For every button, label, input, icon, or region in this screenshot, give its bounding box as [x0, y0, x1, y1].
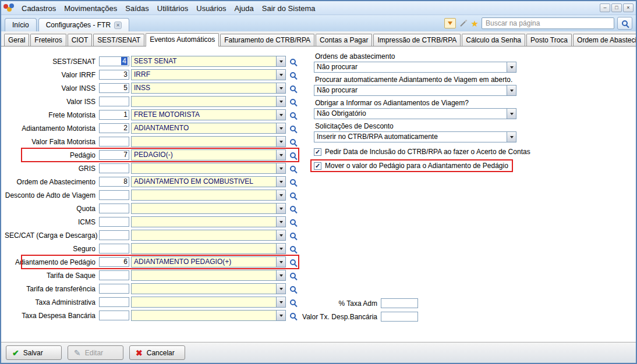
- lookup-icon[interactable]: [290, 192, 296, 198]
- combo-arrow-icon[interactable]: [276, 204, 285, 213]
- menu-item-saidas[interactable]: Saídas: [121, 2, 153, 15]
- code-input[interactable]: [99, 190, 129, 200]
- code-input[interactable]: [99, 204, 129, 213]
- menu-item-cadastros[interactable]: Cadastros: [17, 2, 60, 15]
- combo-arrow-icon[interactable]: [507, 85, 516, 95]
- code-input[interactable]: 2: [99, 123, 129, 133]
- combo-arrow-icon[interactable]: [276, 311, 285, 320]
- lookup-icon[interactable]: [290, 286, 296, 292]
- subtab-freteiros[interactable]: Freteiros: [30, 34, 66, 46]
- lookup-icon[interactable]: [290, 99, 296, 105]
- menu-item-movimentacoes[interactable]: Movimentações: [60, 2, 121, 15]
- cancelar-button[interactable]: ✖Cancelar: [129, 345, 185, 360]
- combo-arrow-icon[interactable]: [276, 97, 285, 106]
- subtab-ordem-de-abastecimento[interactable]: Ordem de Abastecimento: [573, 34, 637, 46]
- lookup-icon[interactable]: [290, 112, 296, 118]
- subtab-faturamento-de-ctrb-rpa[interactable]: Faturamento de CTRB/RPA: [220, 34, 314, 46]
- subtab-impressao-de-ctrb-rpa[interactable]: Impressão de CTRB/RPA: [373, 34, 461, 46]
- tab-configuracoes-ftr[interactable]: Configurações - FTR✕: [38, 18, 129, 31]
- event-combobox[interactable]: [131, 190, 286, 201]
- checkbox[interactable]: ✓: [314, 162, 321, 170]
- event-combobox[interactable]: PEDAGIO(-): [131, 149, 286, 160]
- combo-arrow-icon[interactable]: [276, 217, 285, 227]
- code-input[interactable]: [99, 297, 129, 307]
- checkbox-row[interactable]: ✓Mover o valor do Pedágio para o Adianta…: [310, 159, 513, 172]
- subtab-posto-troca[interactable]: Posto Troca: [526, 34, 572, 46]
- code-input[interactable]: 4: [99, 56, 129, 66]
- star-icon[interactable]: ★: [471, 19, 479, 28]
- code-input[interactable]: [99, 311, 129, 320]
- lookup-icon[interactable]: [290, 259, 296, 265]
- event-combobox[interactable]: FRETE MOTORISTA: [131, 109, 286, 120]
- tab-close-icon[interactable]: ✕: [114, 22, 122, 29]
- event-combobox[interactable]: ADIANTAMENTO: [131, 123, 286, 134]
- subtab-geral[interactable]: Geral: [4, 34, 29, 46]
- combo-arrow-icon[interactable]: [276, 150, 285, 160]
- setting-combobox[interactable]: Inserir no CTRB/RPA automaticamente: [314, 131, 516, 142]
- event-combobox[interactable]: IRRF: [131, 69, 286, 80]
- combo-arrow-icon[interactable]: [276, 137, 285, 147]
- combo-arrow-icon[interactable]: [507, 62, 516, 72]
- menu-item-ajuda[interactable]: Ajuda: [231, 2, 258, 15]
- lookup-icon[interactable]: [290, 152, 296, 158]
- code-input[interactable]: [99, 163, 129, 173]
- lookup-icon[interactable]: [290, 206, 296, 212]
- lookup-icon[interactable]: [290, 166, 296, 172]
- tab-inicio[interactable]: Início: [5, 18, 37, 31]
- combo-arrow-icon[interactable]: [276, 270, 285, 280]
- event-combobox[interactable]: [131, 310, 286, 321]
- code-input[interactable]: [99, 284, 129, 294]
- event-combobox[interactable]: [131, 136, 286, 147]
- search-button[interactable]: [617, 17, 632, 30]
- combo-arrow-icon[interactable]: [276, 163, 285, 173]
- checkbox-row[interactable]: ✓Pedir Data de Inclusão do CTRB/RPA ao f…: [314, 148, 530, 156]
- code-input[interactable]: 6: [99, 257, 129, 267]
- lookup-icon[interactable]: [290, 85, 296, 91]
- salvar-button[interactable]: ✔Salvar: [6, 345, 62, 360]
- minimize-icon[interactable]: –: [600, 3, 610, 12]
- search-input[interactable]: [482, 17, 614, 29]
- setting-combobox[interactable]: Não procurar: [314, 85, 516, 96]
- code-input[interactable]: [99, 97, 129, 106]
- combo-arrow-icon[interactable]: [276, 284, 285, 294]
- combo-arrow-icon[interactable]: [276, 190, 285, 200]
- checkbox[interactable]: ✓: [314, 148, 321, 156]
- code-input[interactable]: 1: [99, 110, 129, 120]
- lookup-icon[interactable]: [290, 219, 296, 225]
- setting-combobox[interactable]: Não procurar: [314, 62, 516, 73]
- event-combobox[interactable]: INSS: [131, 83, 286, 94]
- combo-arrow-icon[interactable]: [276, 297, 285, 307]
- menu-item-usuarios[interactable]: Usuários: [192, 2, 230, 15]
- combo-arrow-icon[interactable]: [507, 132, 516, 142]
- text-input[interactable]: [381, 312, 418, 322]
- combo-arrow-icon[interactable]: [276, 110, 285, 120]
- code-input[interactable]: [99, 270, 129, 280]
- lookup-icon[interactable]: [290, 273, 296, 279]
- combo-arrow-icon[interactable]: [276, 177, 285, 187]
- combo-arrow-icon[interactable]: [276, 257, 285, 267]
- menu-item-sair-do-sistema[interactable]: Sair do Sistema: [258, 2, 320, 15]
- code-input[interactable]: 7: [99, 150, 129, 160]
- event-combobox[interactable]: [131, 96, 286, 107]
- combo-arrow-icon[interactable]: [276, 123, 285, 133]
- event-combobox[interactable]: [131, 283, 286, 294]
- event-combobox[interactable]: [131, 243, 286, 254]
- editar-button[interactable]: ✎Editar: [68, 345, 123, 360]
- lookup-icon[interactable]: [290, 246, 296, 252]
- event-combobox[interactable]: [131, 203, 286, 214]
- code-input[interactable]: [99, 137, 129, 147]
- combo-arrow-icon[interactable]: [276, 56, 285, 66]
- subtab-sest-senat[interactable]: SEST/SENAT: [93, 34, 144, 46]
- event-combobox[interactable]: [131, 270, 286, 281]
- event-combobox[interactable]: [131, 297, 286, 308]
- lookup-icon[interactable]: [290, 72, 296, 78]
- menu-item-utilitarios[interactable]: Utilitários: [153, 2, 192, 15]
- code-input[interactable]: 8: [99, 177, 129, 187]
- code-input[interactable]: [99, 230, 129, 240]
- event-combobox[interactable]: [131, 230, 286, 241]
- event-combobox[interactable]: ADIANTAMENTO EM COMBUSTIVEL: [131, 176, 286, 187]
- event-combobox[interactable]: [131, 163, 286, 174]
- panel-dropdown-icon[interactable]: [444, 18, 456, 28]
- lookup-icon[interactable]: [290, 126, 296, 131]
- subtab-calculo-da-senha[interactable]: Cálculo da Senha: [462, 34, 525, 46]
